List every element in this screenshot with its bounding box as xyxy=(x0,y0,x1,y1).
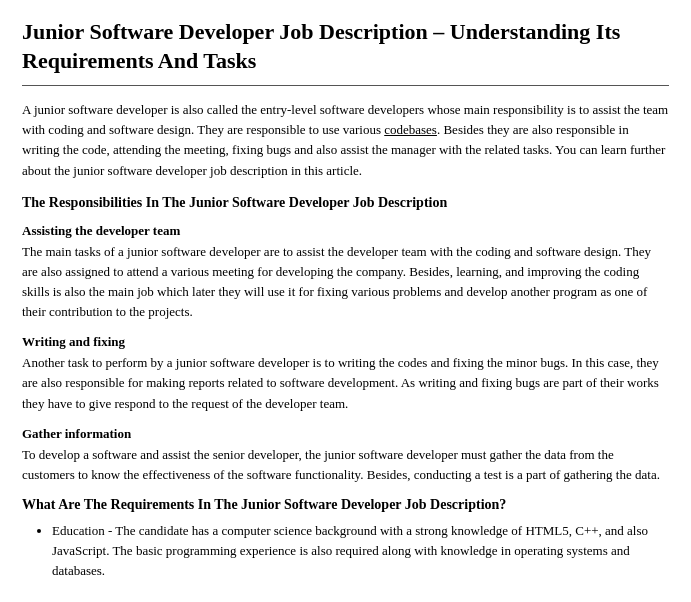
list-item: Education - The candidate has a computer… xyxy=(52,521,669,581)
sub3-text: To develop a software and assist the sen… xyxy=(22,445,669,485)
intro-paragraph: A junior software developer is also call… xyxy=(22,100,669,181)
requirements-list: Education - The candidate has a computer… xyxy=(22,521,669,581)
sub1-heading: Assisting the developer team xyxy=(22,223,669,239)
sub1-text: The main tasks of a junior software deve… xyxy=(22,242,669,323)
sub2-heading: Writing and fixing xyxy=(22,334,669,350)
section1-heading: The Responsibilities In The Junior Softw… xyxy=(22,195,669,211)
section2-heading: What Are The Requirements In The Junior … xyxy=(22,497,669,513)
sub3-heading: Gather information xyxy=(22,426,669,442)
title-divider xyxy=(22,85,669,86)
sub2-text: Another task to perform by a junior soft… xyxy=(22,353,669,413)
page-title: Junior Software Developer Job Descriptio… xyxy=(22,18,669,75)
codebases-underline: codebases xyxy=(384,122,437,137)
